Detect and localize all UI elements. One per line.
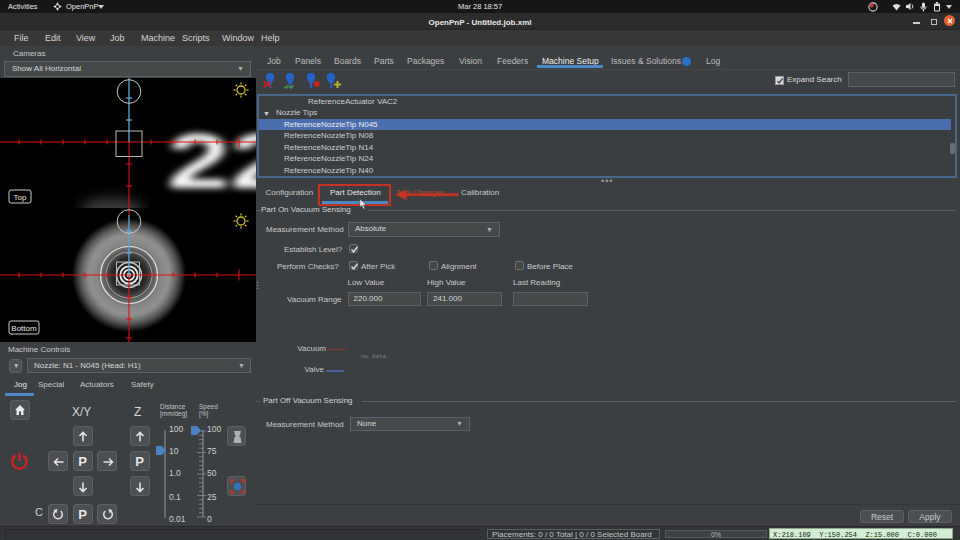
svg-text:Bottom: Bottom: [11, 324, 37, 333]
svg-text:22: 22: [167, 117, 256, 205]
svg-text:Top: Top: [14, 193, 27, 202]
